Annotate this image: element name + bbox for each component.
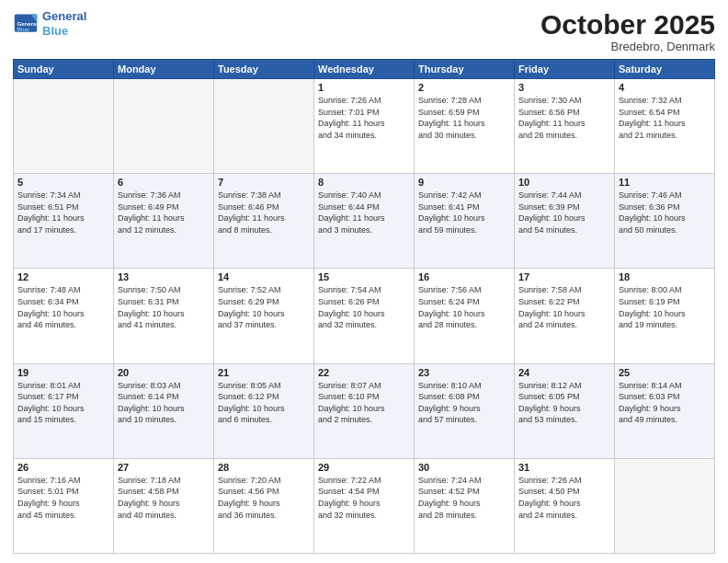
calendar-header-tuesday: Tuesday <box>214 60 314 79</box>
month-title: October 2025 <box>540 9 715 40</box>
day-number: 4 <box>619 82 711 93</box>
day-info: Sunrise: 7:38 AM Sunset: 6:46 PM Dayligh… <box>218 190 310 236</box>
location-subtitle: Bredebro, Denmark <box>540 40 715 53</box>
day-number: 14 <box>218 271 310 282</box>
day-info: Sunrise: 7:20 AM Sunset: 4:56 PM Dayligh… <box>218 475 310 521</box>
day-number: 6 <box>118 177 210 188</box>
calendar-cell <box>615 458 715 553</box>
calendar-header-friday: Friday <box>515 60 615 79</box>
title-block: October 2025 Bredebro, Denmark <box>540 9 715 53</box>
calendar-cell <box>14 79 114 174</box>
day-info: Sunrise: 7:28 AM Sunset: 6:59 PM Dayligh… <box>418 95 510 141</box>
day-info: Sunrise: 8:10 AM Sunset: 6:08 PM Dayligh… <box>418 380 510 426</box>
day-info: Sunrise: 7:24 AM Sunset: 4:52 PM Dayligh… <box>418 475 510 521</box>
day-number: 23 <box>418 367 510 378</box>
calendar-cell: 22Sunrise: 8:07 AM Sunset: 6:10 PM Dayli… <box>314 363 415 458</box>
logo-general: General <box>42 9 86 24</box>
calendar-cell: 6Sunrise: 7:36 AM Sunset: 6:49 PM Daylig… <box>114 174 214 269</box>
day-number: 25 <box>619 367 711 378</box>
calendar-cell: 2Sunrise: 7:28 AM Sunset: 6:59 PM Daylig… <box>415 79 515 174</box>
calendar-cell: 7Sunrise: 7:38 AM Sunset: 6:46 PM Daylig… <box>214 174 314 269</box>
day-number: 2 <box>418 82 510 93</box>
calendar-cell: 13Sunrise: 7:50 AM Sunset: 6:31 PM Dayli… <box>114 269 214 363</box>
calendar-cell: 20Sunrise: 8:03 AM Sunset: 6:14 PM Dayli… <box>114 363 214 458</box>
calendar-cell: 25Sunrise: 8:14 AM Sunset: 6:03 PM Dayli… <box>615 363 715 458</box>
calendar-cell: 16Sunrise: 7:56 AM Sunset: 6:24 PM Dayli… <box>415 269 515 363</box>
day-number: 20 <box>118 367 210 378</box>
day-number: 30 <box>418 462 510 473</box>
calendar-cell <box>214 79 314 174</box>
calendar-cell: 3Sunrise: 7:30 AM Sunset: 6:56 PM Daylig… <box>515 79 615 174</box>
day-info: Sunrise: 7:54 AM Sunset: 6:26 PM Dayligh… <box>318 284 410 330</box>
calendar-week-row: 12Sunrise: 7:48 AM Sunset: 6:34 PM Dayli… <box>14 269 715 363</box>
header: General Blue General Blue October 2025 B… <box>13 9 715 53</box>
calendar-header-sunday: Sunday <box>14 60 114 79</box>
calendar-cell: 5Sunrise: 7:34 AM Sunset: 6:51 PM Daylig… <box>14 174 114 269</box>
calendar-week-row: 5Sunrise: 7:34 AM Sunset: 6:51 PM Daylig… <box>14 174 715 269</box>
calendar-cell: 30Sunrise: 7:24 AM Sunset: 4:52 PM Dayli… <box>415 458 515 553</box>
day-info: Sunrise: 8:03 AM Sunset: 6:14 PM Dayligh… <box>118 380 210 426</box>
calendar-cell: 14Sunrise: 7:52 AM Sunset: 6:29 PM Dayli… <box>214 269 314 363</box>
calendar-cell: 10Sunrise: 7:44 AM Sunset: 6:39 PM Dayli… <box>515 174 615 269</box>
day-number: 21 <box>218 367 310 378</box>
calendar-table: SundayMondayTuesdayWednesdayThursdayFrid… <box>13 59 715 554</box>
calendar-header-row: SundayMondayTuesdayWednesdayThursdayFrid… <box>14 60 715 79</box>
calendar-cell: 8Sunrise: 7:40 AM Sunset: 6:44 PM Daylig… <box>314 174 415 269</box>
calendar-cell: 29Sunrise: 7:22 AM Sunset: 4:54 PM Dayli… <box>314 458 415 553</box>
day-info: Sunrise: 7:48 AM Sunset: 6:34 PM Dayligh… <box>17 284 109 330</box>
logo-icon: General Blue <box>13 11 39 37</box>
day-info: Sunrise: 7:30 AM Sunset: 6:56 PM Dayligh… <box>518 95 610 141</box>
day-info: Sunrise: 7:34 AM Sunset: 6:51 PM Dayligh… <box>17 190 109 236</box>
day-number: 27 <box>118 462 210 473</box>
day-info: Sunrise: 7:36 AM Sunset: 6:49 PM Dayligh… <box>118 190 210 236</box>
day-number: 9 <box>418 177 510 188</box>
calendar-week-row: 1Sunrise: 7:26 AM Sunset: 7:01 PM Daylig… <box>14 79 715 174</box>
day-number: 7 <box>218 177 310 188</box>
calendar-cell: 19Sunrise: 8:01 AM Sunset: 6:17 PM Dayli… <box>14 363 114 458</box>
day-info: Sunrise: 8:14 AM Sunset: 6:03 PM Dayligh… <box>619 380 711 426</box>
day-info: Sunrise: 7:16 AM Sunset: 5:01 PM Dayligh… <box>17 475 109 521</box>
svg-text:Blue: Blue <box>17 25 29 31</box>
day-info: Sunrise: 7:58 AM Sunset: 6:22 PM Dayligh… <box>518 284 610 330</box>
calendar-week-row: 19Sunrise: 8:01 AM Sunset: 6:17 PM Dayli… <box>14 363 715 458</box>
day-info: Sunrise: 8:12 AM Sunset: 6:05 PM Dayligh… <box>518 380 610 426</box>
calendar-cell: 12Sunrise: 7:48 AM Sunset: 6:34 PM Dayli… <box>14 269 114 363</box>
day-info: Sunrise: 8:00 AM Sunset: 6:19 PM Dayligh… <box>619 284 711 330</box>
day-number: 18 <box>619 271 711 282</box>
calendar-cell: 21Sunrise: 8:05 AM Sunset: 6:12 PM Dayli… <box>214 363 314 458</box>
day-number: 11 <box>619 177 711 188</box>
day-number: 13 <box>118 271 210 282</box>
day-number: 5 <box>17 177 109 188</box>
day-info: Sunrise: 7:32 AM Sunset: 6:54 PM Dayligh… <box>619 95 711 141</box>
calendar-header-monday: Monday <box>114 60 214 79</box>
calendar-cell: 23Sunrise: 8:10 AM Sunset: 6:08 PM Dayli… <box>415 363 515 458</box>
page: General Blue General Blue October 2025 B… <box>0 0 728 563</box>
day-number: 17 <box>518 271 610 282</box>
calendar-cell: 11Sunrise: 7:46 AM Sunset: 6:36 PM Dayli… <box>615 174 715 269</box>
day-number: 24 <box>518 367 610 378</box>
calendar-header-wednesday: Wednesday <box>314 60 415 79</box>
day-info: Sunrise: 7:26 AM Sunset: 7:01 PM Dayligh… <box>318 95 410 141</box>
day-info: Sunrise: 7:22 AM Sunset: 4:54 PM Dayligh… <box>318 475 410 521</box>
calendar-cell: 9Sunrise: 7:42 AM Sunset: 6:41 PM Daylig… <box>415 174 515 269</box>
day-number: 28 <box>218 462 310 473</box>
day-number: 10 <box>518 177 610 188</box>
day-info: Sunrise: 7:46 AM Sunset: 6:36 PM Dayligh… <box>619 190 711 236</box>
day-info: Sunrise: 8:07 AM Sunset: 6:10 PM Dayligh… <box>318 380 410 426</box>
day-number: 1 <box>318 82 410 93</box>
day-info: Sunrise: 7:56 AM Sunset: 6:24 PM Dayligh… <box>418 284 510 330</box>
day-number: 19 <box>17 367 109 378</box>
calendar-header-thursday: Thursday <box>415 60 515 79</box>
day-number: 29 <box>318 462 410 473</box>
logo-blue: Blue <box>42 24 86 39</box>
day-info: Sunrise: 8:05 AM Sunset: 6:12 PM Dayligh… <box>218 380 310 426</box>
day-number: 8 <box>318 177 410 188</box>
calendar-cell: 18Sunrise: 8:00 AM Sunset: 6:19 PM Dayli… <box>615 269 715 363</box>
day-number: 15 <box>318 271 410 282</box>
calendar-cell: 15Sunrise: 7:54 AM Sunset: 6:26 PM Dayli… <box>314 269 415 363</box>
calendar-cell: 17Sunrise: 7:58 AM Sunset: 6:22 PM Dayli… <box>515 269 615 363</box>
day-info: Sunrise: 7:42 AM Sunset: 6:41 PM Dayligh… <box>418 190 510 236</box>
logo: General Blue General Blue <box>13 9 86 38</box>
day-number: 26 <box>17 462 109 473</box>
day-number: 22 <box>318 367 410 378</box>
